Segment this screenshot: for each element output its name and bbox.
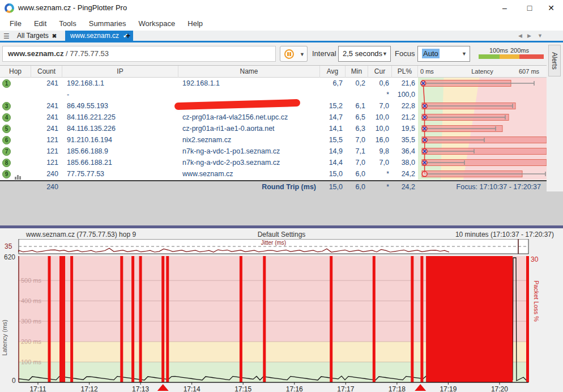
- timeline-plot[interactable]: Jitter (ms)500 ms400 ms300 ms200 ms100 m…: [0, 239, 563, 392]
- packet-loss-bar: [263, 256, 266, 382]
- column-header-min[interactable]: Min: [346, 66, 368, 78]
- table-row[interactable]: 8121185.66.188.21n7k-ng-a-vdc-2-po3.sezn…: [0, 157, 547, 168]
- avg-cell: 15,5: [320, 134, 343, 146]
- menu-bar: FileEditToolsSummariesWorkspaceHelp: [0, 16, 563, 31]
- graph-target-label: www.seznam.cz (77.75.77.53) hop 9: [26, 231, 136, 238]
- name-cell: [182, 89, 318, 100]
- ip-cell: 77.75.77.53: [67, 168, 177, 180]
- count-cell: 241: [31, 112, 58, 123]
- menu-item-tools[interactable]: Tools: [53, 17, 82, 30]
- column-header-ip[interactable]: IP: [62, 66, 178, 78]
- count-cell: 240: [31, 168, 58, 180]
- menu-item-workspace[interactable]: Workspace: [132, 17, 181, 30]
- pl-cell: 21,6: [392, 78, 415, 89]
- maximize-button[interactable]: □: [521, 2, 538, 14]
- new-tab-button[interactable]: +: [126, 31, 130, 40]
- hop-number-badge: 7: [2, 147, 11, 156]
- legend-200ms-label: 200ms: [510, 47, 529, 54]
- hop-number-badge: 1: [2, 79, 11, 88]
- alerts-side-tab[interactable]: Alerts: [548, 45, 561, 76]
- time-tick-label: 17:12: [81, 385, 98, 392]
- focus-select[interactable]: Auto▼: [417, 46, 470, 62]
- packet-loss-bar: [161, 256, 164, 382]
- name-cell: nix2.seznam.cz: [182, 134, 318, 146]
- tab-all-targets[interactable]: All Targets ✖: [14, 31, 60, 41]
- graph-settings-label: Default Settings: [258, 231, 306, 238]
- interval-select[interactable]: 2,5 seconds▼: [338, 46, 391, 62]
- ip-cell: -: [67, 89, 177, 100]
- spacer-panel: [0, 191, 563, 225]
- chevron-down-icon[interactable]: ▼: [462, 46, 467, 61]
- column-header-avg[interactable]: Avg: [320, 66, 346, 78]
- time-tick-label: 17:11: [29, 385, 46, 392]
- table-row[interactable]: 7121185.66.188.9n7k-ng-a-vdc-1-po1.sezna…: [0, 146, 547, 157]
- target-address-box[interactable]: www.seznam.cz / 77.75.77.53: [2, 46, 276, 62]
- packet-loss-axis: [526, 256, 529, 382]
- menu-item-summaries[interactable]: Summaries: [83, 17, 133, 30]
- round-trip-pl: 24,2: [392, 181, 415, 193]
- packet-loss-bar: [120, 256, 123, 382]
- close-button[interactable]: ✕: [543, 2, 560, 14]
- interval-value: 2,5 seconds: [343, 49, 382, 58]
- hop-cell: [0, 89, 31, 100]
- pause-button[interactable]: [280, 46, 298, 62]
- hop-number-badge: 9: [2, 170, 11, 178]
- interval-label: Interval: [312, 49, 336, 58]
- cur-cell: 0,6: [368, 78, 389, 89]
- cur-cell: 10,0: [368, 112, 389, 123]
- tab-close-icon[interactable]: ✖: [52, 33, 57, 39]
- name-cell: cz-prg01a-ri1-ae1-0.aorta.net: [182, 123, 318, 134]
- column-header-count[interactable]: Count: [31, 66, 62, 78]
- chevron-down-icon[interactable]: ▼: [382, 46, 387, 61]
- table-row[interactable]: 924077.75.77.53www.seznam.cz15,06,0*24,2: [0, 168, 547, 180]
- table-row[interactable]: 612191.210.16.194nix2.seznam.cz15,57,016…: [0, 134, 547, 146]
- pl-cell: 19,5: [392, 123, 415, 134]
- legend-100ms-label: 100ms: [489, 47, 508, 54]
- pause-dropdown-button[interactable]: ▼: [297, 46, 308, 62]
- packet-loss-bar: [240, 256, 242, 382]
- title-bar: www.seznam.cz - PingPlotter Pro – □ ✕: [0, 0, 563, 16]
- focus-marker-triangle[interactable]: [157, 384, 169, 391]
- tab-scroll-left-icon[interactable]: ◀: [518, 33, 522, 39]
- column-header-name[interactable]: Name: [178, 66, 320, 78]
- tab-all-targets-label: All Targets: [17, 32, 49, 40]
- table-row[interactable]: 1241192.168.1.1192.168.1.16,70,20,621,6: [0, 78, 547, 89]
- tab-seznam-active[interactable]: www.seznam.cz ✔: [65, 31, 133, 41]
- target-toolbar: www.seznam.cz / 77.75.77.53 ▼ Interval 2…: [0, 42, 563, 65]
- focus-marker-triangle[interactable]: [415, 384, 426, 391]
- cur-cell: 7,0: [368, 100, 389, 112]
- min-cell: 6,0: [346, 168, 365, 180]
- count-cell: [31, 89, 58, 100]
- packet-loss-outage-block: [426, 256, 513, 382]
- pl-cell: 35,5: [392, 134, 415, 146]
- min-cell: 6,5: [346, 112, 365, 123]
- table-row[interactable]: 524184.116.135.226cz-prg01a-ri1-ae1-0.ao…: [0, 123, 547, 134]
- time-tick-label: 17:20: [491, 385, 508, 392]
- menu-item-file[interactable]: File: [3, 17, 28, 30]
- menu-item-edit[interactable]: Edit: [28, 17, 53, 30]
- tab-scroll-right-icon[interactable]: ▶: [527, 33, 531, 39]
- ip-cell: 185.66.188.21: [67, 157, 177, 168]
- packet-loss-bar: [166, 256, 169, 382]
- menu-item-help[interactable]: Help: [181, 17, 209, 30]
- ip-cell: 84.116.221.225: [67, 112, 177, 123]
- cur-cell: 9,8: [368, 146, 389, 157]
- min-cell: 6,3: [346, 123, 365, 134]
- hop-cell: 6: [0, 134, 31, 146]
- minimize-button[interactable]: –: [496, 2, 513, 14]
- column-header-pl[interactable]: PL%: [392, 66, 418, 78]
- round-trip-avg: 15,0: [320, 181, 343, 193]
- hop-cell: 4: [0, 112, 31, 123]
- hamburger-icon[interactable]: ☰: [3, 32, 10, 40]
- column-header-hop[interactable]: Hop: [0, 66, 31, 78]
- column-header-cur[interactable]: Cur: [368, 66, 392, 78]
- round-trip-label: Round Trip (ms): [178, 181, 316, 193]
- table-row[interactable]: -*100,0: [0, 89, 547, 100]
- round-trip-min: 6,0: [346, 181, 365, 193]
- band-label: 200 ms: [21, 338, 42, 345]
- avg-cell: 14,7: [320, 112, 343, 123]
- tab-list-dropdown-icon[interactable]: ▼: [538, 33, 543, 39]
- table-row[interactable]: 424184.116.221.225cz-prg01a-ra4-vla2156.…: [0, 112, 547, 123]
- avg-cell: 15,2: [320, 100, 343, 112]
- pingplotter-window: www.seznam.cz - PingPlotter Pro – □ ✕ Fi…: [0, 0, 563, 392]
